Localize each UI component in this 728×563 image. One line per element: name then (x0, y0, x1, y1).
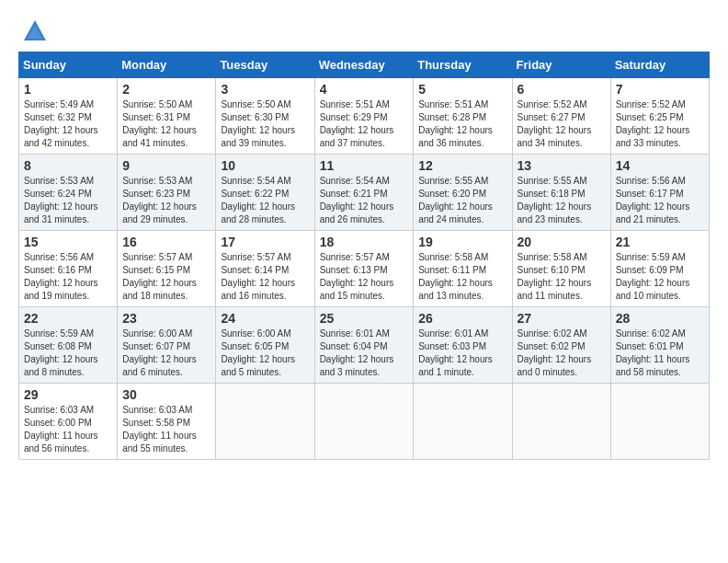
calendar-cell (216, 384, 314, 460)
day-number: 6 (518, 82, 606, 97)
calendar-cell (512, 384, 610, 460)
calendar-week-1: 1Sunrise: 5:49 AM Sunset: 6:32 PM Daylig… (19, 78, 710, 155)
day-info: Sunrise: 6:00 AM Sunset: 6:07 PM Dayligh… (122, 327, 210, 379)
calendar-cell: 2Sunrise: 5:50 AM Sunset: 6:31 PM Daylig… (118, 78, 216, 155)
calendar-cell: 17Sunrise: 5:57 AM Sunset: 6:14 PM Dayli… (216, 231, 314, 307)
calendar-cell: 1Sunrise: 5:49 AM Sunset: 6:32 PM Daylig… (19, 78, 118, 155)
calendar-cell: 6Sunrise: 5:52 AM Sunset: 6:27 PM Daylig… (512, 78, 610, 155)
page-header (18, 18, 710, 44)
day-info: Sunrise: 5:52 AM Sunset: 6:27 PM Dayligh… (518, 98, 606, 150)
calendar-cell (414, 384, 512, 460)
day-info: Sunrise: 5:58 AM Sunset: 6:11 PM Dayligh… (418, 251, 506, 303)
header-sunday: Sunday (19, 52, 118, 78)
calendar-week-4: 22Sunrise: 5:59 AM Sunset: 6:08 PM Dayli… (19, 307, 710, 384)
calendar-cell: 15Sunrise: 5:56 AM Sunset: 6:16 PM Dayli… (19, 231, 118, 307)
day-number: 3 (221, 82, 309, 97)
calendar-cell: 24Sunrise: 6:00 AM Sunset: 6:05 PM Dayli… (216, 307, 314, 384)
day-info: Sunrise: 6:03 AM Sunset: 6:00 PM Dayligh… (24, 404, 112, 455)
calendar-cell: 27Sunrise: 6:02 AM Sunset: 6:02 PM Dayli… (512, 307, 610, 384)
day-info: Sunrise: 5:57 AM Sunset: 6:15 PM Dayligh… (122, 251, 210, 303)
day-info: Sunrise: 5:54 AM Sunset: 6:21 PM Dayligh… (320, 175, 409, 226)
day-info: Sunrise: 6:00 AM Sunset: 6:05 PM Dayligh… (221, 327, 309, 379)
day-number: 26 (418, 311, 506, 326)
calendar-cell: 5Sunrise: 5:51 AM Sunset: 6:28 PM Daylig… (414, 78, 512, 155)
day-number: 10 (221, 158, 309, 173)
calendar-cell: 29Sunrise: 6:03 AM Sunset: 6:00 PM Dayli… (19, 384, 118, 460)
calendar-cell: 28Sunrise: 6:02 AM Sunset: 6:01 PM Dayli… (610, 307, 709, 384)
calendar-header-row: SundayMondayTuesdayWednesdayThursdayFrid… (19, 52, 710, 78)
day-info: Sunrise: 6:01 AM Sunset: 6:03 PM Dayligh… (418, 327, 506, 379)
logo (18, 18, 48, 44)
day-number: 27 (518, 311, 606, 326)
day-info: Sunrise: 6:02 AM Sunset: 6:01 PM Dayligh… (616, 327, 704, 379)
header-friday: Friday (512, 52, 610, 78)
day-info: Sunrise: 6:02 AM Sunset: 6:02 PM Dayligh… (518, 327, 606, 379)
calendar-cell: 20Sunrise: 5:58 AM Sunset: 6:10 PM Dayli… (512, 231, 610, 307)
day-number: 2 (122, 82, 210, 97)
day-info: Sunrise: 5:54 AM Sunset: 6:22 PM Dayligh… (221, 175, 309, 226)
day-info: Sunrise: 5:57 AM Sunset: 6:13 PM Dayligh… (320, 251, 409, 303)
calendar-cell: 19Sunrise: 5:58 AM Sunset: 6:11 PM Dayli… (414, 231, 512, 307)
logo-icon (22, 18, 48, 44)
calendar-cell: 4Sunrise: 5:51 AM Sunset: 6:29 PM Daylig… (314, 78, 414, 155)
calendar-cell: 11Sunrise: 5:54 AM Sunset: 6:21 PM Dayli… (314, 155, 414, 231)
calendar-week-3: 15Sunrise: 5:56 AM Sunset: 6:16 PM Dayli… (19, 231, 710, 307)
calendar-week-5: 29Sunrise: 6:03 AM Sunset: 6:00 PM Dayli… (19, 384, 710, 460)
day-info: Sunrise: 5:59 AM Sunset: 6:08 PM Dayligh… (24, 327, 112, 379)
calendar-cell: 8Sunrise: 5:53 AM Sunset: 6:24 PM Daylig… (19, 155, 118, 231)
day-info: Sunrise: 5:50 AM Sunset: 6:30 PM Dayligh… (221, 98, 309, 150)
day-number: 11 (320, 158, 409, 173)
calendar-cell: 21Sunrise: 5:59 AM Sunset: 6:09 PM Dayli… (610, 231, 709, 307)
day-info: Sunrise: 5:56 AM Sunset: 6:16 PM Dayligh… (24, 251, 112, 303)
calendar-cell: 13Sunrise: 5:55 AM Sunset: 6:18 PM Dayli… (512, 155, 610, 231)
day-info: Sunrise: 5:56 AM Sunset: 6:17 PM Dayligh… (616, 175, 704, 226)
day-info: Sunrise: 6:03 AM Sunset: 5:58 PM Dayligh… (122, 404, 210, 455)
day-info: Sunrise: 5:58 AM Sunset: 6:10 PM Dayligh… (518, 251, 606, 303)
day-info: Sunrise: 5:53 AM Sunset: 6:24 PM Dayligh… (24, 175, 112, 226)
calendar-cell: 30Sunrise: 6:03 AM Sunset: 5:58 PM Dayli… (118, 384, 216, 460)
day-number: 22 (24, 311, 112, 326)
calendar-cell (314, 384, 414, 460)
day-number: 16 (122, 235, 210, 249)
day-number: 17 (221, 235, 309, 249)
calendar-cell (610, 384, 709, 460)
calendar-cell: 23Sunrise: 6:00 AM Sunset: 6:07 PM Dayli… (118, 307, 216, 384)
day-number: 12 (418, 158, 506, 173)
day-info: Sunrise: 5:59 AM Sunset: 6:09 PM Dayligh… (616, 251, 704, 303)
day-info: Sunrise: 6:01 AM Sunset: 6:04 PM Dayligh… (320, 327, 409, 379)
day-number: 20 (518, 235, 606, 249)
header-wednesday: Wednesday (314, 52, 414, 78)
calendar-cell: 26Sunrise: 6:01 AM Sunset: 6:03 PM Dayli… (414, 307, 512, 384)
day-number: 19 (418, 235, 506, 249)
day-number: 30 (122, 387, 210, 402)
calendar-table: SundayMondayTuesdayWednesdayThursdayFrid… (18, 52, 710, 460)
day-number: 7 (616, 82, 704, 97)
calendar-cell: 9Sunrise: 5:53 AM Sunset: 6:23 PM Daylig… (118, 155, 216, 231)
day-info: Sunrise: 5:51 AM Sunset: 6:28 PM Dayligh… (418, 98, 506, 150)
day-info: Sunrise: 5:53 AM Sunset: 6:23 PM Dayligh… (122, 175, 210, 226)
calendar-cell: 7Sunrise: 5:52 AM Sunset: 6:25 PM Daylig… (610, 78, 709, 155)
day-info: Sunrise: 5:55 AM Sunset: 6:20 PM Dayligh… (418, 175, 506, 226)
calendar-cell: 16Sunrise: 5:57 AM Sunset: 6:15 PM Dayli… (118, 231, 216, 307)
day-info: Sunrise: 5:57 AM Sunset: 6:14 PM Dayligh… (221, 251, 309, 303)
header-saturday: Saturday (610, 52, 709, 78)
day-number: 28 (616, 311, 704, 326)
day-number: 24 (221, 311, 309, 326)
day-number: 21 (616, 235, 704, 249)
day-number: 29 (24, 387, 112, 402)
day-number: 13 (518, 158, 606, 173)
day-number: 9 (122, 158, 210, 173)
header-monday: Monday (118, 52, 216, 78)
day-number: 15 (24, 235, 112, 249)
calendar-cell: 22Sunrise: 5:59 AM Sunset: 6:08 PM Dayli… (19, 307, 118, 384)
day-number: 4 (320, 82, 409, 97)
calendar-cell: 3Sunrise: 5:50 AM Sunset: 6:30 PM Daylig… (216, 78, 314, 155)
calendar-cell: 14Sunrise: 5:56 AM Sunset: 6:17 PM Dayli… (610, 155, 709, 231)
day-number: 18 (320, 235, 409, 249)
day-number: 23 (122, 311, 210, 326)
day-number: 1 (24, 82, 112, 97)
day-info: Sunrise: 5:49 AM Sunset: 6:32 PM Dayligh… (24, 98, 112, 150)
day-number: 5 (418, 82, 506, 97)
header-tuesday: Tuesday (216, 52, 314, 78)
calendar-cell: 25Sunrise: 6:01 AM Sunset: 6:04 PM Dayli… (314, 307, 414, 384)
